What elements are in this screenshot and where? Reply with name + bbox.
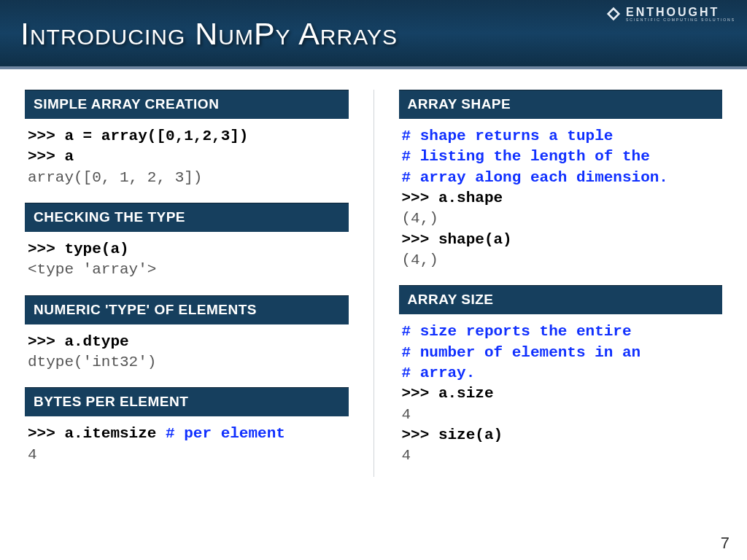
code-simple-array: >>> a = array([0,1,2,3]) >>> a array([0,… bbox=[28, 126, 346, 188]
code-line: >>> a bbox=[28, 148, 74, 165]
code-bytes-per-element: >>> a.itemsize # per element 4 bbox=[28, 424, 346, 465]
brand-sub: SCIENTIFIC COMPUTING SOLUTIONS bbox=[626, 18, 735, 22]
code-line: >>> type(a) bbox=[28, 241, 129, 257]
code-line: >>> a.itemsize bbox=[28, 425, 166, 442]
code-output: <type 'array'> bbox=[28, 261, 156, 278]
section-title-checking-type: CHECKING THE TYPE bbox=[25, 203, 349, 232]
enthought-logo-icon bbox=[605, 6, 622, 22]
code-line: >>> a.shape bbox=[402, 190, 503, 206]
brand: ENTHOUGHT SCIENTIFIC COMPUTING SOLUTIONS bbox=[605, 6, 735, 22]
section-title-bytes-per-element: BYTES PER ELEMENT bbox=[25, 387, 349, 416]
code-line: >>> a = array([0,1,2,3]) bbox=[28, 128, 248, 144]
slide: ENTHOUGHT SCIENTIFIC COMPUTING SOLUTIONS… bbox=[0, 0, 747, 560]
code-comment: # size reports the entire bbox=[402, 323, 632, 340]
section-body-numeric-type: >>> a.dtype dtype('int32') bbox=[25, 324, 349, 384]
code-output: (4,) bbox=[402, 252, 438, 268]
section-body-array-shape: # shape returns a tuple # listing the le… bbox=[399, 119, 723, 281]
code-array-shape: # shape returns a tuple # listing the le… bbox=[402, 126, 720, 271]
section-title-simple-array: SIMPLE ARRAY CREATION bbox=[25, 90, 349, 119]
section-title-array-shape: ARRAY SHAPE bbox=[399, 90, 723, 119]
section-body-array-size: # size reports the entire # number of el… bbox=[399, 314, 723, 476]
right-column: ARRAY SHAPE # shape returns a tuple # li… bbox=[399, 85, 723, 477]
section-body-bytes-per-element: >>> a.itemsize # per element 4 bbox=[25, 416, 349, 475]
section-body-checking-type: >>> type(a) <type 'array'> bbox=[25, 232, 349, 291]
section-title-array-size: ARRAY SIZE bbox=[399, 285, 723, 314]
code-checking-type: >>> type(a) <type 'array'> bbox=[28, 239, 346, 281]
code-comment: # listing the length of the bbox=[402, 148, 650, 165]
code-output: array([0, 1, 2, 3]) bbox=[28, 169, 202, 186]
code-comment: # number of elements in an bbox=[402, 344, 641, 361]
section-body-simple-array: >>> a = array([0,1,2,3]) >>> a array([0,… bbox=[25, 119, 349, 198]
code-output: dtype('int32') bbox=[28, 354, 156, 370]
code-comment: # per element bbox=[166, 425, 285, 442]
column-divider bbox=[374, 90, 374, 477]
left-column: SIMPLE ARRAY CREATION >>> a = array([0,1… bbox=[25, 85, 349, 477]
section-title-numeric-type: NUMERIC 'TYPE' OF ELEMENTS bbox=[25, 295, 349, 324]
code-output: 4 bbox=[28, 446, 37, 463]
slide-header: ENTHOUGHT SCIENTIFIC COMPUTING SOLUTIONS… bbox=[0, 0, 747, 69]
code-numeric-type: >>> a.dtype dtype('int32') bbox=[28, 332, 346, 373]
code-output: 4 bbox=[402, 447, 411, 464]
code-comment: # array along each dimension. bbox=[402, 169, 668, 186]
code-output: 4 bbox=[402, 406, 411, 423]
code-line: >>> shape(a) bbox=[402, 231, 512, 248]
code-line: >>> a.size bbox=[402, 385, 494, 402]
slide-content: SIMPLE ARRAY CREATION >>> a = array([0,1… bbox=[0, 69, 747, 477]
code-line: >>> a.dtype bbox=[28, 333, 129, 350]
page-number: 7 bbox=[721, 534, 729, 553]
code-output: (4,) bbox=[402, 210, 438, 227]
brand-name: ENTHOUGHT bbox=[626, 6, 719, 18]
code-line: >>> size(a) bbox=[402, 427, 503, 443]
code-array-size: # size reports the entire # number of el… bbox=[402, 322, 720, 466]
code-comment: # shape returns a tuple bbox=[402, 128, 614, 144]
code-comment: # array. bbox=[402, 365, 476, 381]
